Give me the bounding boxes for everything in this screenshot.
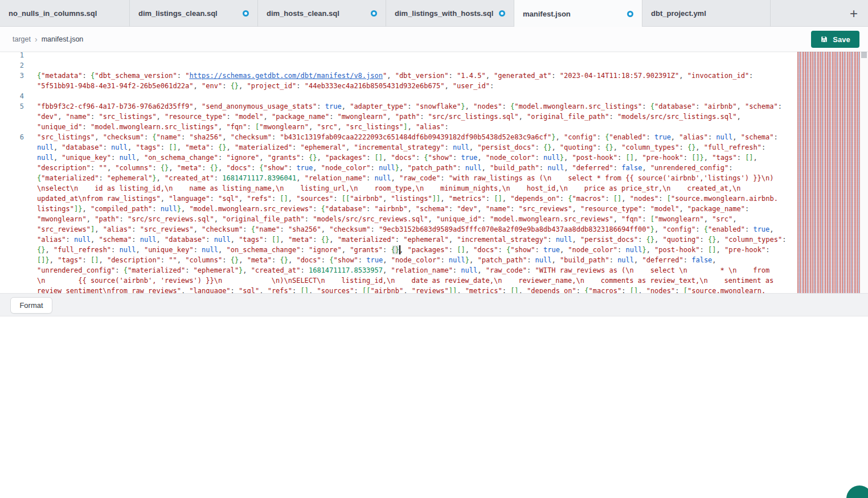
plus-icon: + bbox=[850, 6, 858, 22]
tab-list: no_nulls_in_columns.sqldim_listings_clea… bbox=[0, 0, 771, 27]
code-text: "src_listings", "checksum": {"name": "sh… bbox=[37, 132, 778, 142]
tab-dim-hosts-clean-sql[interactable]: dim_hosts_clean.sql bbox=[258, 0, 386, 27]
code-line[interactable]: "5f51bb91-94b8-4e31-94f2-26b5e061d22a", … bbox=[0, 81, 786, 91]
save-button[interactable]: Save bbox=[811, 31, 859, 48]
tab-label: dim_listings_clean.sql bbox=[138, 9, 218, 18]
line-number: 2 bbox=[0, 60, 24, 71]
breadcrumb: target › manifest.json bbox=[13, 27, 83, 51]
code-line[interactable]: updated_at\nfrom raw_listings", "languag… bbox=[0, 194, 786, 204]
breadcrumb-file: manifest.json bbox=[42, 35, 84, 43]
code-text: "unrendered_config": {"materialized": "e… bbox=[37, 265, 769, 275]
code-text: "dev", "name": "src_listings", "resource… bbox=[37, 112, 741, 122]
line-number bbox=[0, 142, 24, 153]
save-button-label: Save bbox=[833, 35, 850, 44]
scrollbar-thumb[interactable] bbox=[861, 52, 867, 58]
line-number bbox=[0, 255, 24, 265]
tab-dim-listings-clean-sql[interactable]: dim_listings_clean.sql bbox=[130, 0, 258, 27]
line-number bbox=[0, 173, 24, 183]
tab-dim-listings-with-hosts-sql[interactable]: dim_listings_with_hosts.sql bbox=[386, 0, 514, 27]
line-number: 4 bbox=[0, 91, 24, 101]
unsaved-changes-dot-icon[interactable] bbox=[627, 11, 633, 17]
code-line[interactable]: []}, "tags": [], "description": "", "col… bbox=[0, 255, 786, 265]
code-line[interactable]: "mwonglearn", "path": "src/src_reviews.s… bbox=[0, 214, 786, 224]
code-line[interactable]: review_sentiment\nfrom raw_reviews", "la… bbox=[0, 286, 786, 293]
line-number bbox=[0, 81, 24, 91]
code-text: "alias": null, "schema": null, "database… bbox=[37, 234, 786, 245]
new-tab-button[interactable]: + bbox=[842, 0, 866, 27]
code-line[interactable]: 6"src_listings", "checksum": {"name": "s… bbox=[0, 132, 786, 142]
floppy-disk-icon bbox=[820, 35, 828, 43]
unsaved-changes-dot-icon[interactable] bbox=[243, 10, 249, 17]
tab-label: manifest.json bbox=[523, 10, 571, 18]
line-number bbox=[0, 194, 24, 204]
code-text: listings"]}, "compiled_path": null}, "mo… bbox=[37, 204, 749, 214]
code-line[interactable]: "alias": null, "schema": null, "database… bbox=[0, 234, 786, 245]
code-line[interactable]: "src_reviews"], "alias": "src_reviews", … bbox=[0, 224, 786, 234]
code-line[interactable]: 4 bbox=[0, 91, 786, 101]
editor-footer-bar: Format bbox=[0, 293, 868, 316]
tab-label: no_nulls_in_columns.sql bbox=[9, 9, 97, 18]
tab-label: dbt_project.yml bbox=[651, 9, 706, 18]
line-number bbox=[0, 112, 24, 122]
minimap[interactable] bbox=[797, 52, 860, 293]
code-line[interactable]: "unrendered_config": {"materialized": "e… bbox=[0, 265, 786, 275]
line-number bbox=[0, 214, 24, 224]
code-text: null, "database": null, "tags": [], "met… bbox=[37, 142, 765, 153]
line-number bbox=[0, 275, 24, 286]
code-line[interactable]: null, "unique_key": null, "on_schema_cha… bbox=[0, 153, 786, 163]
code-line[interactable]: 2 bbox=[0, 60, 786, 71]
code-line[interactable]: "description": "", "columns": {}, "meta"… bbox=[0, 163, 786, 173]
unsaved-changes-dot-icon[interactable] bbox=[499, 10, 505, 17]
code-text: review_sentiment\nfrom raw_reviews", "la… bbox=[37, 286, 765, 293]
line-number: 1 bbox=[0, 52, 24, 60]
line-number: 3 bbox=[0, 71, 24, 81]
tab-manifest-json[interactable]: manifest.json bbox=[514, 0, 642, 27]
code-line[interactable]: \nselect\n id as listing_id,\n name as l… bbox=[0, 183, 786, 194]
code-line[interactable]: 1 bbox=[0, 52, 786, 60]
code-text: null, "unique_key": null, "on_schema_cha… bbox=[37, 153, 758, 163]
line-number bbox=[0, 183, 24, 194]
tab-dbt-project-yml[interactable]: dbt_project.yml bbox=[642, 0, 771, 27]
file-action-bar: target › manifest.json Save bbox=[0, 27, 868, 52]
line-number bbox=[0, 265, 24, 275]
tab-no-nulls-in-columns-sql[interactable]: no_nulls_in_columns.sql bbox=[0, 0, 130, 27]
code-text: {"metadata": {"dbt_schema_version": "htt… bbox=[37, 71, 753, 81]
code-text: updated_at\nfrom raw_listings", "languag… bbox=[37, 194, 778, 204]
code-text: {"materialized": "ephemeral"}, "created_… bbox=[37, 173, 773, 183]
text-cursor bbox=[399, 245, 400, 254]
line-number bbox=[0, 122, 24, 132]
line-number: 6 bbox=[0, 132, 24, 142]
line-number bbox=[0, 234, 24, 245]
tab-bar: no_nulls_in_columns.sqldim_listings_clea… bbox=[0, 0, 868, 27]
unsaved-changes-dot-icon[interactable] bbox=[371, 10, 377, 17]
code-line[interactable]: listings"]}, "compiled_path": null}, "mo… bbox=[0, 204, 786, 214]
code-editor[interactable]: 123{"metadata": {"dbt_schema_version": "… bbox=[0, 52, 797, 293]
code-text: []}, "tags": [], "description": "", "col… bbox=[37, 255, 716, 265]
format-button-label: Format bbox=[19, 301, 43, 310]
code-text: "src_reviews"], "alias": "src_reviews", … bbox=[37, 224, 774, 234]
code-line[interactable]: 5"fbb9f3c2-cf96-4a17-b736-976a62d35ff9",… bbox=[0, 101, 786, 112]
chevron-right-icon: › bbox=[35, 35, 38, 44]
vertical-scrollbar[interactable] bbox=[860, 52, 868, 293]
code-text: "description": "", "columns": {}, "meta"… bbox=[37, 163, 732, 173]
code-line[interactable]: {"materialized": "ephemeral"}, "created_… bbox=[0, 173, 786, 183]
code-line[interactable]: "dev", "name": "src_listings", "resource… bbox=[0, 112, 786, 122]
code-text: {}, "full_refresh": null, "unique_key": … bbox=[37, 245, 769, 255]
tab-label: dim_listings_with_hosts.sql bbox=[395, 9, 493, 18]
code-text: \n {{ source('airbnb', 'reviews') }}\n \… bbox=[37, 275, 773, 286]
code-line[interactable]: \n {{ source('airbnb', 'reviews') }}\n \… bbox=[0, 275, 786, 286]
code-text: "mwonglearn", "path": "src/src_reviews.s… bbox=[37, 214, 737, 224]
line-number bbox=[0, 163, 24, 173]
breadcrumb-folder: target bbox=[13, 35, 31, 43]
format-button[interactable]: Format bbox=[10, 297, 52, 314]
results-pane bbox=[0, 317, 868, 498]
line-number bbox=[0, 153, 24, 163]
code-text: "5f51bb91-94b8-4e31-94f2-26b5e061d22a", … bbox=[37, 81, 494, 91]
code-line[interactable]: 3{"metadata": {"dbt_schema_version": "ht… bbox=[0, 71, 786, 81]
code-text: "unique_id": "model.mwonglearn.src_listi… bbox=[37, 122, 449, 132]
code-lines: 123{"metadata": {"dbt_schema_version": "… bbox=[0, 52, 786, 293]
line-number bbox=[0, 204, 24, 214]
code-line[interactable]: null, "database": null, "tags": [], "met… bbox=[0, 142, 786, 153]
line-number bbox=[0, 224, 24, 234]
code-line[interactable]: "unique_id": "model.mwonglearn.src_listi… bbox=[0, 122, 786, 132]
